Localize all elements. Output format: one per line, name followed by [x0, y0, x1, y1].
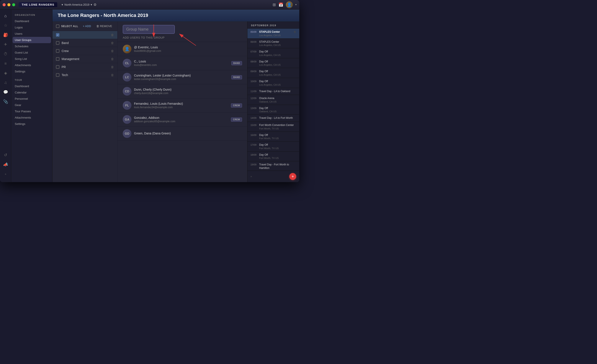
- nav-item-guest-list[interactable]: Guest List: [11, 49, 52, 56]
- group-checkbox-management[interactable]: [56, 57, 59, 61]
- maximize-button[interactable]: [12, 3, 15, 6]
- add-group-button[interactable]: + ADD: [81, 24, 93, 29]
- nav-item-attachments-tour[interactable]: Attachments: [11, 115, 52, 121]
- delete-group-icon-band[interactable]: 🗑: [111, 41, 114, 45]
- group-checkbox-band[interactable]: [56, 41, 59, 45]
- group-row-crew[interactable]: Crew 🗑: [53, 47, 117, 55]
- group-checkbox-crew[interactable]: [56, 49, 59, 53]
- sidebar-icon-sync[interactable]: ↺: [1, 151, 10, 159]
- cal-event-1009[interactable]: 10/09 Day Off Los Angeles, CA US: [247, 78, 299, 88]
- nav-item-tour-passes[interactable]: Tour Passes: [11, 108, 52, 115]
- cal-event-1709[interactable]: 17/09 Day Off Fort Worth, TX US: [247, 142, 299, 152]
- user-row-gonzalez[interactable]: GA Gonzalez, Addison addison.gonzalez65@…: [118, 113, 247, 127]
- app-body: ⌂ ☆ 🎒 ✈ ⏱ ≡ ◈ ♫ 💬 📎 ↺ 📣 » ORGANIZATION D…: [0, 9, 299, 182]
- nav-item-calendar[interactable]: Calendar: [11, 89, 52, 96]
- nav-item-dashboard-org[interactable]: Dashboard: [11, 18, 52, 24]
- sidebar-icon-chat[interactable]: 💬: [1, 88, 10, 96]
- nav-item-user-groups[interactable]: User Groups: [13, 37, 51, 43]
- avatar[interactable]: 👤: [286, 1, 293, 8]
- cal-event-0509[interactable]: 05/09 STAPLES Center Los Angeles, CA US …: [247, 29, 299, 39]
- nav-item-attachments-org[interactable]: Attachments: [11, 62, 52, 68]
- calendar-events: 05/09 STAPLES Center Los Angeles, CA US …: [247, 29, 299, 171]
- cal-delete-0509[interactable]: 🗑: [294, 30, 296, 33]
- remove-group-button[interactable]: 🗑 REMOVE: [94, 24, 114, 29]
- tour-gear-icon[interactable]: ⚙: [94, 3, 96, 7]
- nav-item-settings-org[interactable]: Settings: [11, 68, 52, 75]
- nav-item-dashboard-tour[interactable]: Dashboard: [11, 83, 52, 89]
- add-event-button[interactable]: +: [289, 173, 296, 180]
- group-checkbox-active[interactable]: [56, 33, 59, 37]
- sidebar-icon-briefcase[interactable]: 🎒: [1, 31, 10, 39]
- user-name-clouis: C., Louis: [134, 60, 229, 63]
- cal-event-0809[interactable]: 08/09 Day Off Los Angeles, CA US: [247, 58, 299, 68]
- cal-event-0709[interactable]: 07/09 Day Off Los Angeles, CA US: [247, 48, 299, 58]
- user-row-clouis[interactable]: CL C., Louis louis@eventric.com BAND: [118, 56, 247, 70]
- group-row-pr[interactable]: PR 🗑: [53, 63, 117, 71]
- sidebar-icon-expand[interactable]: »: [1, 170, 10, 178]
- group-checkbox-pr[interactable]: [56, 65, 59, 69]
- cal-date-1209: 12/09: [251, 97, 257, 100]
- group-name-input[interactable]: [123, 25, 175, 34]
- app-logo: THE LONE RANGERS: [19, 2, 57, 7]
- minimize-button[interactable]: [7, 3, 10, 6]
- calendar-header: SEPTEMBER 2019: [247, 22, 299, 29]
- sidebar-icon-clock[interactable]: ⏱: [1, 50, 10, 58]
- cal-venue-loc-0609: Los Angeles, CA US: [259, 44, 296, 46]
- user-row-eventric[interactable]: 👤 @ Eventric, Louis louis99091@gmail.com: [118, 42, 247, 56]
- cal-event-0909[interactable]: 09/09 Day Off Los Angeles, CA US: [247, 68, 299, 78]
- sidebar-icon-home[interactable]: ⌂: [1, 12, 10, 20]
- cal-venue-loc-1709: Fort Worth, TX US: [259, 147, 296, 150]
- delete-group-icon-management[interactable]: 🗑: [111, 57, 114, 61]
- cal-event-1509[interactable]: 15/09 Fort Worth Convention Center Fort …: [247, 122, 299, 132]
- user-row-green[interactable]: GD Green, Dana (Dana Green): [118, 127, 247, 141]
- cal-venue-loc-1509: Fort Worth, TX US: [259, 127, 296, 130]
- cal-event-1609[interactable]: 16/09 Day Off Fort Worth, TX US: [247, 132, 299, 142]
- sidebar-icon-music[interactable]: ♫: [1, 78, 10, 87]
- sidebar-icon-tag[interactable]: ◈: [1, 69, 10, 77]
- calendar-expand-icon[interactable]: »: [251, 175, 252, 178]
- user-row-fernandez[interactable]: FL Fernandez, Louis (Louis Fernandez) lo…: [118, 98, 247, 113]
- user-name-fernandez: Fernandez, Louis (Louis Fernandez): [134, 102, 228, 105]
- group-row-management[interactable]: Management 🗑: [53, 55, 117, 63]
- sidebar-icon-list[interactable]: ≡: [1, 59, 10, 68]
- cal-event-1109[interactable]: 11/09 Travel Day - LA to Oakland: [247, 88, 299, 95]
- nav-item-logos[interactable]: Logos: [11, 24, 52, 31]
- nav-item-personnel[interactable]: Personnel: [11, 96, 52, 102]
- cal-event-1309[interactable]: 13/09 Day Off Oakland, CA US: [247, 105, 299, 115]
- grid-icon[interactable]: ⊞: [273, 2, 276, 7]
- sidebar-icon-plane[interactable]: ✈: [1, 40, 10, 49]
- nav-item-users[interactable]: Users: [11, 31, 52, 37]
- cal-venue-loc-0809: Los Angeles, CA US: [259, 63, 296, 66]
- user-row-dunn[interactable]: CD Dunn, Cherly (Cherly Dunn) cherly.dun…: [118, 84, 247, 98]
- delete-group-icon-crew[interactable]: 🗑: [111, 49, 114, 53]
- select-all-checkbox[interactable]: [56, 24, 59, 28]
- delete-group-icon-active[interactable]: 🗑: [111, 33, 114, 37]
- tour-selector[interactable]: ▾ North America 2019 ▾: [62, 3, 92, 6]
- cal-venue-name-1309: Day Off: [259, 107, 296, 110]
- group-row-active[interactable]: 🗑: [53, 31, 117, 39]
- cal-venue-loc-0909: Los Angeles, CA US: [259, 73, 296, 76]
- close-button[interactable]: [3, 3, 6, 6]
- group-name-input-area: ADD USERS TO THIS GROUP: [118, 22, 247, 42]
- sidebar-icon-megaphone[interactable]: 📣: [1, 160, 10, 169]
- cal-event-1409[interactable]: 14/09 Travel Day - LA to Fort Worth: [247, 115, 299, 122]
- nav-item-gear[interactable]: Gear: [11, 102, 52, 108]
- cal-event-0609[interactable]: 06/09 STAPLES Center Los Angeles, CA US: [247, 39, 299, 49]
- cal-venue-name-1009: Day Off: [259, 80, 296, 83]
- nav-item-schedules[interactable]: Schedules: [11, 43, 52, 49]
- cal-event-1809[interactable]: 18/09 Day Off Fort Worth, TX US: [247, 152, 299, 162]
- nav-item-settings-tour[interactable]: Settings: [11, 121, 52, 127]
- user-row-cunningham[interactable]: LC Cunningham, Lester (Lester Cunningham…: [118, 70, 247, 84]
- delete-group-icon-pr[interactable]: 🗑: [111, 65, 114, 69]
- delete-group-icon-tech[interactable]: 🗑: [111, 73, 114, 77]
- calendar-icon[interactable]: 📅: [278, 2, 283, 7]
- sidebar-icon-paperclip[interactable]: 📎: [1, 98, 10, 106]
- nav-item-song-list[interactable]: Song List: [11, 56, 52, 62]
- users-list: 👤 @ Eventric, Louis louis99091@gmail.com…: [118, 42, 247, 182]
- sidebar-icon-star[interactable]: ☆: [1, 21, 10, 30]
- group-row-band[interactable]: Band 🗑: [53, 39, 117, 47]
- group-checkbox-tech[interactable]: [56, 73, 59, 77]
- cal-event-1909[interactable]: 19/09 Travel Day - Fort Worth to Hamilto…: [247, 161, 299, 171]
- cal-event-1209[interactable]: 12/09 Oracle Arena Oakland, CA US: [247, 95, 299, 105]
- group-row-tech[interactable]: Tech 🗑: [53, 71, 117, 79]
